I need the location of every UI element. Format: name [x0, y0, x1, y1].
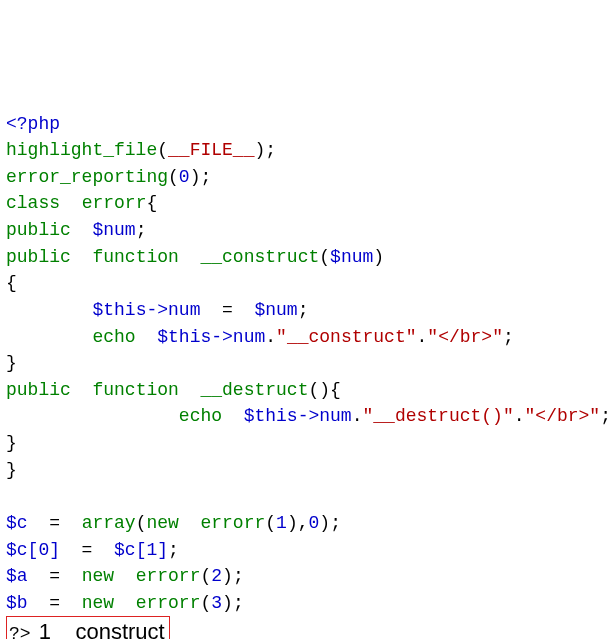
fn-error-reporting: error_reporting: [6, 167, 168, 187]
assign-num: $num: [254, 300, 297, 320]
kw-echo-2: echo: [179, 406, 222, 426]
arg-0: 0: [309, 513, 320, 533]
output-line-1: 1__construct: [39, 619, 165, 639]
kw-class: class: [6, 193, 60, 213]
method-construct: __construct: [200, 247, 319, 267]
num-zero: 0: [179, 167, 190, 187]
arg-1: 1: [276, 513, 287, 533]
this-num-1: $this->num: [92, 300, 200, 320]
param-num: $num: [330, 247, 373, 267]
method-destruct: __destruct: [200, 380, 308, 400]
const-file: __FILE__: [168, 140, 254, 160]
str-construct: "__construct": [276, 327, 416, 347]
kw-new-3: new: [82, 593, 114, 613]
this-num-3: $this->num: [244, 406, 352, 426]
fn-highlight-file: highlight_file: [6, 140, 157, 160]
fn-array: array: [82, 513, 136, 533]
c-index-0: $c[0]: [6, 540, 60, 560]
kw-function-1: function: [92, 247, 178, 267]
var-b: $b: [6, 593, 28, 613]
var-c: $c: [6, 513, 28, 533]
arg-3: 3: [211, 593, 222, 613]
cls-errorr-2: errorr: [136, 566, 201, 586]
kw-new-2: new: [82, 566, 114, 586]
php-close-tag: ?>: [9, 624, 31, 639]
highlight-box: ?> 1__construct1__destruct(): [6, 616, 170, 639]
this-num-2: $this->num: [157, 327, 265, 347]
str-destruct: "__destruct()": [363, 406, 514, 426]
arg-2: 2: [211, 566, 222, 586]
kw-public-3: public: [6, 380, 71, 400]
cls-errorr-3: errorr: [136, 593, 201, 613]
php-open-tag: <?php: [6, 114, 60, 134]
kw-echo-1: echo: [92, 327, 135, 347]
kw-public-1: public: [6, 220, 71, 240]
class-name: errorr: [82, 193, 147, 213]
prop-num: $num: [92, 220, 135, 240]
php-source-code: <?php highlight_file(__FILE__); error_re…: [6, 111, 604, 617]
script-output: ?> 1__construct1__destruct() 2__construc…: [6, 616, 604, 639]
c-index-1: $c[1]: [114, 540, 168, 560]
kw-new-1: new: [146, 513, 178, 533]
kw-public-2: public: [6, 247, 71, 267]
cls-errorr-1: errorr: [200, 513, 265, 533]
str-br-1: "</br>": [427, 327, 503, 347]
str-br-2: "</br>": [525, 406, 601, 426]
kw-function-2: function: [92, 380, 178, 400]
var-a: $a: [6, 566, 28, 586]
